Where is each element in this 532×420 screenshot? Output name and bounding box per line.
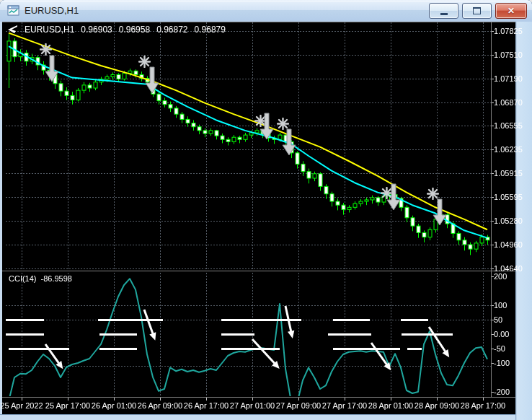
sell-signal-arrow[interactable]	[282, 128, 296, 159]
title-bar[interactable]: EURUSD,H1 ✕	[0, 0, 532, 22]
cci-axis-label: -200	[494, 388, 510, 396]
cci-axis-label: 0.00	[494, 330, 509, 338]
price-axis-label: 1.06235	[494, 145, 523, 154]
price-axis-label: 1.07825	[494, 27, 523, 35]
sell-signal-arrow[interactable]	[145, 66, 159, 97]
cci-value: -86.9598	[41, 274, 72, 283]
readout-symbol: EURUSD,H1	[25, 25, 74, 35]
chart-pointer-icon	[8, 25, 18, 34]
price-axis-label: 1.05595	[494, 193, 523, 201]
titlebar-highlight	[1, 1, 531, 1]
price-axis-label: 1.06555	[494, 121, 523, 130]
minimize-button[interactable]	[429, 3, 458, 19]
close-icon: ✕	[507, 6, 515, 15]
readout-open: 0.96903	[81, 25, 112, 35]
sell-signal-arrow-icon	[145, 66, 159, 94]
sell-signal-arrow[interactable]	[433, 198, 447, 229]
price-axis-label: 1.06870	[494, 98, 523, 107]
time-axis-label: 27 Apr 09:00	[276, 401, 321, 410]
cci-axis-label: 200	[494, 272, 507, 281]
restore-icon	[473, 7, 481, 14]
time-axis-label: 28 Apr 17:00	[461, 401, 505, 410]
window-controls: ✕	[429, 3, 527, 19]
sell-signal-arrow-icon	[260, 113, 274, 140]
time-axis-label: 25 Apr 2022	[0, 401, 43, 410]
sell-signal-arrow[interactable]	[386, 183, 401, 214]
readout-high: 0.96958	[119, 25, 150, 35]
window-bottom-border	[0, 414, 515, 420]
sell-signal-arrow[interactable]	[260, 113, 274, 143]
cci-axis-label: -50	[494, 344, 505, 353]
sell-signal-arrow-icon	[386, 183, 401, 211]
window-title: EURUSD,H1	[25, 5, 79, 16]
readout-low: 0.96872	[156, 25, 187, 35]
chart-ohlc-readout: EURUSD,H1 0.96903 0.96958 0.96872 0.9687…	[8, 25, 226, 35]
time-axis-label: 26 Apr 09:00	[138, 401, 182, 410]
price-axis-label: 1.05915	[494, 169, 523, 178]
time-axis-label: 25 Apr 17:00	[45, 401, 90, 410]
price-axis-label: 1.04960	[494, 240, 523, 249]
cci-axis-label: -100	[494, 359, 510, 367]
cci-axis-label: 100	[494, 301, 507, 310]
readout-close: 0.96879	[195, 25, 226, 35]
time-axis-label: 26 Apr 01:00	[92, 401, 136, 410]
price-axis-label: 1.05280	[494, 216, 523, 225]
close-button[interactable]: ✕	[495, 3, 527, 19]
sell-signal-arrow-icon	[45, 55, 59, 82]
price-axis-label: 1.07510	[494, 51, 523, 59]
sell-signal-arrow-icon	[282, 128, 296, 156]
cci-name: CCI(14)	[9, 274, 37, 283]
restore-button[interactable]	[462, 3, 492, 19]
time-axis-label: 26 Apr 17:00	[184, 401, 229, 410]
chart-window: EURUSD,H1 ✕ EURUSD,H1 0.96903 0.96958 0.…	[0, 0, 532, 420]
time-axis-label: 28 Apr 01:00	[368, 401, 413, 410]
time-axis-label: 27 Apr 17:00	[322, 401, 367, 410]
chart-window-icon	[7, 4, 20, 17]
time-axis-label: 27 Apr 01:00	[230, 401, 275, 410]
time-axis-label: 28 Apr 09:00	[414, 401, 459, 410]
cci-axis-label: 50	[494, 315, 502, 324]
cci-indicator-label: CCI(14) -86.9598	[9, 274, 72, 283]
sell-signal-arrow-icon	[433, 198, 447, 226]
price-axis-label: 1.07190	[494, 74, 523, 83]
minimize-icon	[440, 13, 448, 15]
sell-signal-arrow[interactable]	[45, 55, 59, 85]
